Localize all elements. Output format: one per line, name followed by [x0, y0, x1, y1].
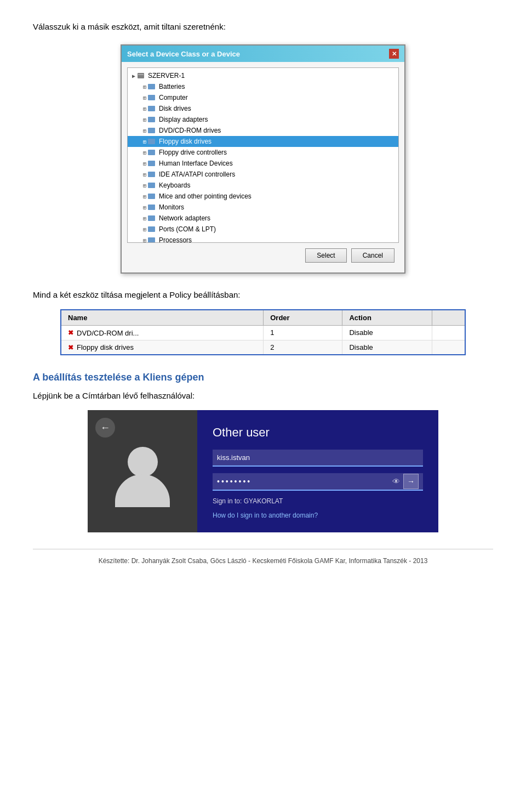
- device-label: Batteries: [159, 83, 185, 90]
- list-item[interactable]: ⊞Display adapters: [128, 114, 398, 125]
- device-label: Display adapters: [159, 116, 208, 123]
- device-label: Monitors: [159, 203, 184, 211]
- domain-link[interactable]: How do I sign in to another domain?: [213, 512, 423, 519]
- policy-container: Name Order Action ✖DVD/CD-ROM dri...1Dis…: [33, 309, 493, 355]
- policy-table: Name Order Action ✖DVD/CD-ROM dri...1Dis…: [60, 309, 466, 355]
- dialog-buttons: Select Cancel: [127, 243, 399, 267]
- list-item[interactable]: ⊞Mice and other pointing devices: [128, 191, 398, 202]
- expand-icon: ⊞: [143, 106, 146, 112]
- cancel-button[interactable]: Cancel: [351, 248, 395, 263]
- expand-icon: ⊞: [143, 205, 146, 211]
- device-icon: [147, 82, 156, 91]
- list-item[interactable]: ⊞Network adapters: [128, 213, 398, 224]
- table-cell-order: 1: [264, 326, 342, 340]
- expand-icon: ⊞: [143, 161, 146, 167]
- testing-section-text: Lépjünk be a Címtárban lévő felhasználóv…: [33, 391, 493, 400]
- expand-icon: ⊞: [143, 139, 146, 145]
- table-cell-extra: [432, 326, 465, 340]
- svg-rect-1: [138, 74, 144, 75]
- dialog-close-button[interactable]: ✕: [389, 49, 399, 59]
- password-row: •••••••• 👁 →: [213, 473, 423, 491]
- device-icon: [147, 170, 156, 179]
- footer: Készítette: Dr. Johanyák Zsolt Csaba, Gö…: [33, 549, 493, 565]
- device-label: Ports (COM & LPT): [159, 225, 216, 233]
- expand-icon: ⊞: [143, 215, 146, 222]
- device-label: Network adapters: [159, 214, 210, 222]
- list-item[interactable]: ⊞Processors: [128, 235, 398, 243]
- expand-icon: ⊞: [143, 128, 146, 134]
- list-item[interactable]: ⊞DVD/CD-ROM drives: [128, 125, 398, 136]
- svg-rect-9: [148, 161, 155, 166]
- list-item[interactable]: ⊞Floppy drive controllers: [128, 147, 398, 158]
- device-label: Floppy drive controllers: [159, 149, 227, 156]
- svg-rect-4: [148, 106, 155, 111]
- intro-text: Válasszuk ki a másik eszközt, amit tilta…: [33, 22, 493, 31]
- table-row: ✖Floppy disk drives2Disable: [61, 340, 465, 355]
- device-label: Mice and other pointing devices: [159, 192, 251, 200]
- expand-icon: ⊞: [143, 226, 146, 232]
- expand-icon: ⊞: [143, 194, 146, 200]
- back-arrow-button[interactable]: ←: [95, 418, 115, 438]
- device-icon: [147, 126, 156, 135]
- table-cell-name: ✖DVD/CD-ROM dri...: [61, 326, 264, 340]
- device-label: Keyboards: [159, 181, 190, 189]
- avatar-body: [115, 447, 170, 507]
- submit-button[interactable]: →: [403, 474, 419, 489]
- login-container: ← Other user •••••••• 👁 → Sign in to: GY…: [33, 410, 493, 532]
- password-icons: 👁 →: [392, 474, 419, 489]
- table-cell-action: Disable: [342, 326, 432, 340]
- svg-rect-16: [148, 237, 155, 243]
- username-input[interactable]: [213, 450, 423, 467]
- col-order: Order: [264, 310, 342, 326]
- dialog-title: Select a Device Class or a Device: [127, 50, 240, 58]
- list-item[interactable]: ⊞Ports (COM & LPT): [128, 224, 398, 235]
- select-button[interactable]: Select: [305, 248, 346, 263]
- list-item[interactable]: ⊞Disk drives: [128, 103, 398, 114]
- device-dialog: Select a Device Class or a Device ✕ ▶SZE…: [121, 44, 405, 274]
- col-extra: [432, 310, 465, 326]
- device-icon: [147, 104, 156, 113]
- list-item[interactable]: ⊞Floppy disk drives: [128, 136, 398, 147]
- device-list[interactable]: ▶SZERVER-1⊞Batteries⊞Computer⊞Disk drive…: [127, 67, 399, 243]
- expand-icon: ▶: [132, 73, 135, 79]
- device-label: Human Interface Devices: [159, 160, 233, 167]
- device-icon: [147, 225, 156, 234]
- list-item[interactable]: ⊞Keyboards: [128, 180, 398, 191]
- list-item[interactable]: ⊞Human Interface Devices: [128, 158, 398, 169]
- svg-rect-7: [148, 139, 155, 144]
- list-item[interactable]: ⊞Batteries: [128, 81, 398, 92]
- table-cell-order: 2: [264, 340, 342, 355]
- login-box: ← Other user •••••••• 👁 → Sign in to: GY…: [88, 410, 438, 532]
- expand-icon: ⊞: [143, 84, 146, 90]
- eye-icon[interactable]: 👁: [392, 477, 400, 486]
- svg-rect-11: [148, 183, 155, 188]
- table-cell-action: Disable: [342, 340, 432, 355]
- svg-rect-5: [148, 117, 155, 122]
- device-icon: [147, 203, 156, 212]
- list-item[interactable]: ⊞Computer: [128, 92, 398, 103]
- device-label: Floppy disk drives: [159, 138, 211, 145]
- avatar-head: [128, 447, 158, 477]
- login-form-section: Other user •••••••• 👁 → Sign in to: GYAK…: [197, 410, 438, 532]
- svg-rect-6: [148, 128, 155, 133]
- sign-in-label: Sign in to: GYAKORLAT: [213, 497, 423, 505]
- device-icon: [147, 148, 156, 157]
- svg-rect-3: [148, 95, 155, 100]
- svg-rect-15: [148, 226, 155, 232]
- password-dots: ••••••••: [217, 473, 392, 490]
- expand-icon: ⊞: [143, 237, 146, 243]
- list-item[interactable]: ⊞IDE ATA/ATAPI controllers: [128, 169, 398, 180]
- other-user-title: Other user: [213, 425, 423, 440]
- list-item[interactable]: ▶SZERVER-1: [128, 70, 398, 81]
- svg-rect-2: [148, 84, 155, 89]
- svg-rect-8: [148, 150, 155, 155]
- dialog-body: ▶SZERVER-1⊞Batteries⊞Computer⊞Disk drive…: [122, 62, 404, 272]
- svg-rect-0: [138, 73, 144, 78]
- expand-icon: ⊞: [143, 183, 146, 189]
- list-item[interactable]: ⊞Monitors: [128, 202, 398, 213]
- table-cell-extra: [432, 340, 465, 355]
- dialog-container: Select a Device Class or a Device ✕ ▶SZE…: [33, 44, 493, 274]
- svg-rect-13: [148, 205, 155, 210]
- device-label: SZERVER-1: [148, 72, 185, 80]
- device-name: Floppy disk drives: [77, 343, 134, 351]
